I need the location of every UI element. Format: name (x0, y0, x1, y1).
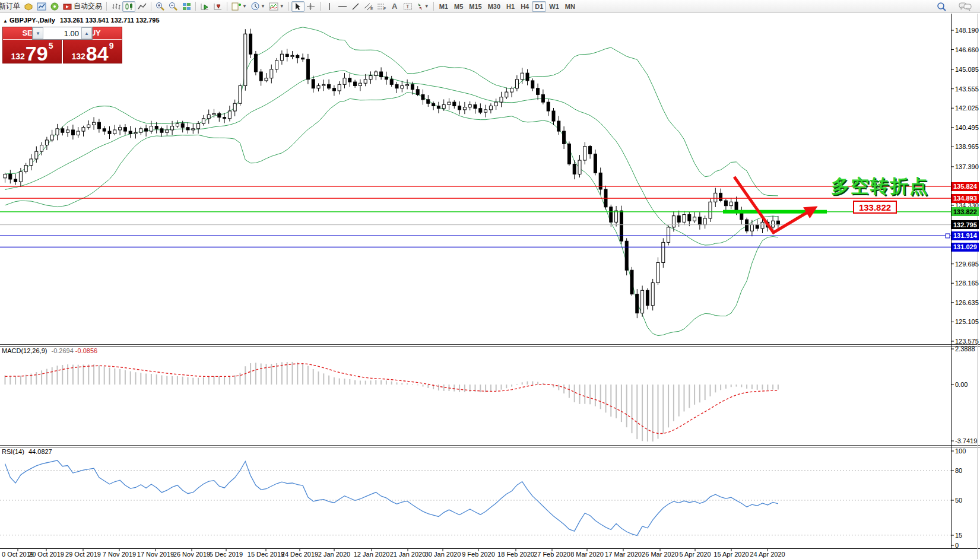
chart-canvas[interactable] (0, 0, 980, 559)
timeframe-button-mn[interactable]: MN (562, 1, 578, 12)
sell-price: 132 79 5 (3, 40, 61, 65)
timeframe-button-w1[interactable]: W1 (546, 1, 562, 12)
signals-icon[interactable] (48, 1, 61, 12)
buy-price-big: 84 (86, 43, 109, 63)
charts-window-icon[interactable] (35, 1, 48, 12)
toolbar-separator (151, 2, 151, 11)
bollinger-middle-band (5, 71, 778, 245)
templates-icon[interactable]: ▼ (230, 1, 249, 12)
macd-pane[interactable] (5, 362, 778, 442)
chat-icon[interactable] (957, 1, 973, 12)
buy-price-small: 132 (72, 52, 85, 61)
toolbar-separator (106, 2, 107, 11)
volume-control: ▼ ▲ (32, 27, 93, 40)
indicators-icon[interactable]: ▼ (267, 1, 286, 12)
autotrading-button[interactable]: 自动交易 (61, 1, 104, 12)
svg-text:F: F (383, 7, 386, 11)
autotrading-label: 自动交易 (74, 1, 102, 11)
text-label-icon[interactable]: T (401, 1, 414, 12)
zoom-in-icon[interactable] (154, 1, 167, 12)
crosshair-icon[interactable] (305, 1, 318, 12)
vertical-line-icon[interactable] (323, 1, 336, 12)
volume-increase-button[interactable]: ▲ (81, 27, 92, 39)
fibonacci-icon[interactable]: F (375, 1, 388, 12)
timeframe-button-h1[interactable]: H1 (503, 1, 518, 12)
toolbar-separator (227, 2, 227, 11)
timeframe-button-m5[interactable]: M5 (451, 1, 466, 12)
volume-input[interactable] (43, 27, 81, 39)
sell-price-small: 132 (11, 52, 25, 61)
pane-frames (0, 14, 980, 559)
timeframe-button-d1[interactable]: D1 (532, 1, 546, 12)
text-tool-glyph: A (392, 2, 397, 11)
candlestick-chart-icon[interactable] (122, 1, 135, 12)
toolbar-separator (195, 2, 196, 11)
svg-text:T: T (406, 4, 410, 9)
timeframe-button-m15[interactable]: M15 (466, 1, 484, 12)
periods-icon[interactable]: ▼ (249, 1, 267, 12)
text-icon[interactable]: A (388, 1, 401, 12)
candlesticks (4, 28, 779, 318)
one-click-trading-panel: SELL 132 79 5 BUY 132 84 9 ▼ ▲ (2, 27, 122, 63)
buy-price-sup: 9 (109, 41, 114, 50)
trendline-icon[interactable] (349, 1, 362, 12)
main-toolbar: 新订单 自动交易 ▼ ▼ (0, 0, 980, 13)
sell-price-big: 79 (26, 43, 48, 63)
toolbar-separator (288, 2, 289, 11)
line-chart-icon[interactable] (135, 1, 148, 12)
macd-signal-line (5, 364, 778, 434)
search-icon[interactable] (935, 1, 949, 12)
rsi-line (5, 460, 778, 536)
bar-chart-icon[interactable] (109, 1, 122, 12)
timeframe-bar: M1M5M15M30H1H4D1W1MN (436, 1, 578, 12)
timeframe-button-m30[interactable]: M30 (485, 1, 503, 12)
timeframe-button-h4[interactable]: H4 (518, 1, 532, 12)
cursor-icon[interactable] (291, 1, 305, 12)
auto-scroll-icon[interactable] (198, 1, 211, 12)
new-order-button[interactable]: 新订单 (0, 1, 22, 12)
toolbar-separator (433, 2, 434, 11)
chevron-down-icon: ▼ (424, 4, 429, 9)
main-price-pane[interactable] (4, 27, 779, 336)
chart-shift-icon[interactable] (211, 1, 224, 12)
chevron-down-icon: ▼ (242, 4, 247, 9)
rsi-pane[interactable] (0, 460, 951, 536)
timeframe-button-m1[interactable]: M1 (436, 1, 451, 12)
toolbar-right-group (935, 1, 978, 12)
equidistant-channel-icon[interactable]: E (362, 1, 375, 12)
svg-text:E: E (370, 7, 373, 11)
volume-decrease-button[interactable]: ▼ (33, 27, 43, 39)
chart-annotations[interactable] (0, 177, 951, 247)
toolbar-separator (320, 2, 321, 11)
tile-windows-icon[interactable] (180, 1, 193, 12)
line-selection-handle[interactable] (946, 234, 950, 238)
sell-price-sup: 5 (49, 41, 53, 50)
mt4-terminal: { "toolbar":{ "new_order_label":"新订单", "… (0, 0, 980, 559)
chevron-down-icon: ▼ (261, 4, 265, 9)
chevron-down-icon: ▼ (280, 4, 284, 9)
arrows-tool-icon[interactable]: ▼ (414, 1, 431, 12)
zoom-out-icon[interactable] (167, 1, 180, 12)
buy-price: 132 84 9 (64, 40, 122, 65)
horizontal-line-icon[interactable] (336, 1, 349, 12)
new-order-icon[interactable] (22, 1, 35, 12)
new-order-label: 新订单 (0, 1, 20, 11)
